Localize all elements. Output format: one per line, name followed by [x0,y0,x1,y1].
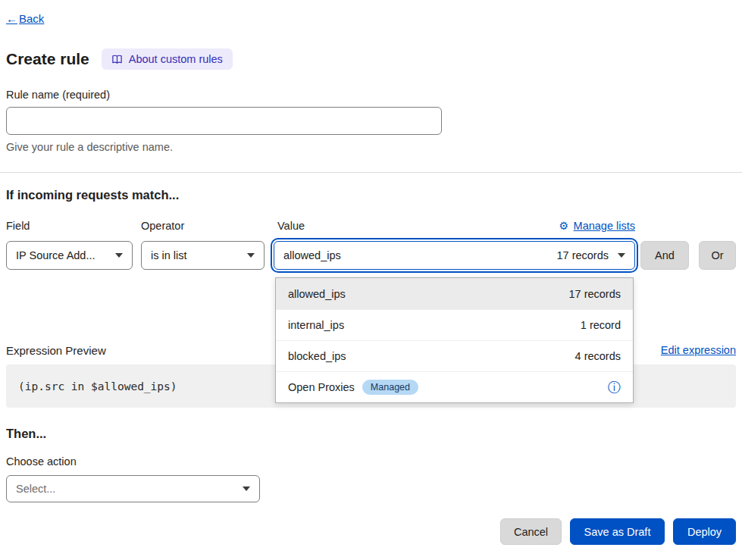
chevron-down-icon [618,253,625,258]
create-rule-page: ←Back Create rule About custom rules Rul… [0,0,742,560]
deploy-button[interactable]: Deploy [673,518,736,545]
field-select[interactable]: IP Source Add... [6,241,133,270]
gear-icon: ⚙ [559,220,569,232]
chevron-down-icon [243,486,250,491]
manage-lists-label: Manage lists [574,220,635,232]
list-option-open-proxies[interactable]: Open Proxies Managed ⓘ [276,371,633,402]
value-select[interactable]: allowed_ips 17 records [274,241,635,270]
back-link-label: Back [19,12,44,25]
back-link[interactable]: ←Back [6,12,44,25]
field-select-value: IP Source Add... [16,249,109,261]
list-option-records: 4 records [575,350,621,362]
about-custom-rules-link[interactable]: About custom rules [102,48,233,70]
match-section-heading: If incoming requests match... [6,188,179,202]
save-as-draft-button[interactable]: Save as Draft [570,518,665,545]
list-option-internal-ips[interactable]: internal_ips 1 record [276,309,633,340]
operator-select-value: is in list [151,249,241,261]
back-arrow-icon: ← [6,12,17,25]
manage-lists-link[interactable]: ⚙ Manage lists [559,220,635,232]
list-option-records: 1 record [581,319,621,331]
list-option-name: Open Proxies [288,381,355,393]
list-option-name: internal_ips [288,319,344,331]
and-button[interactable]: And [640,241,689,270]
about-custom-rules-label: About custom rules [129,53,223,65]
or-button[interactable]: Or [699,241,736,270]
value-label: Value [277,220,305,232]
cancel-button[interactable]: Cancel [500,518,562,545]
chevron-down-icon [247,253,255,258]
field-label: Field [6,220,30,232]
choose-action-label: Choose action [6,455,77,468]
section-divider [0,172,742,173]
expression-preview-label: Expression Preview [6,344,106,357]
action-select-placeholder: Select... [16,483,236,495]
value-select-value: allowed_ips [283,249,550,261]
list-dropdown-menu: allowed_ips 17 records internal_ips 1 re… [275,277,634,403]
page-title: Create rule [6,50,89,68]
value-select-records: 17 records [556,249,609,261]
list-option-records: 17 records [568,288,621,300]
title-row: Create rule About custom rules [6,48,233,70]
operator-select[interactable]: is in list [141,241,265,270]
managed-badge: Managed [362,380,418,395]
chevron-down-icon [115,253,123,258]
rule-name-label: Rule name (required) [6,89,110,101]
list-option-blocked-ips[interactable]: blocked_ips 4 records [276,340,633,371]
list-option-allowed-ips[interactable]: allowed_ips 17 records [276,278,633,309]
then-section-heading: Then... [6,427,46,441]
list-option-name: blocked_ips [288,350,346,362]
rule-name-input[interactable] [6,107,442,135]
rule-name-help: Give your rule a descriptive name. [6,141,173,153]
list-option-name: allowed_ips [288,288,346,300]
edit-expression-link[interactable]: Edit expression [661,344,736,356]
action-select[interactable]: Select... [6,475,260,502]
book-icon [111,54,123,65]
info-icon[interactable]: ⓘ [608,381,621,394]
operator-label: Operator [141,220,184,232]
expression-code: (ip.src in $allowed_ips) [18,380,177,393]
